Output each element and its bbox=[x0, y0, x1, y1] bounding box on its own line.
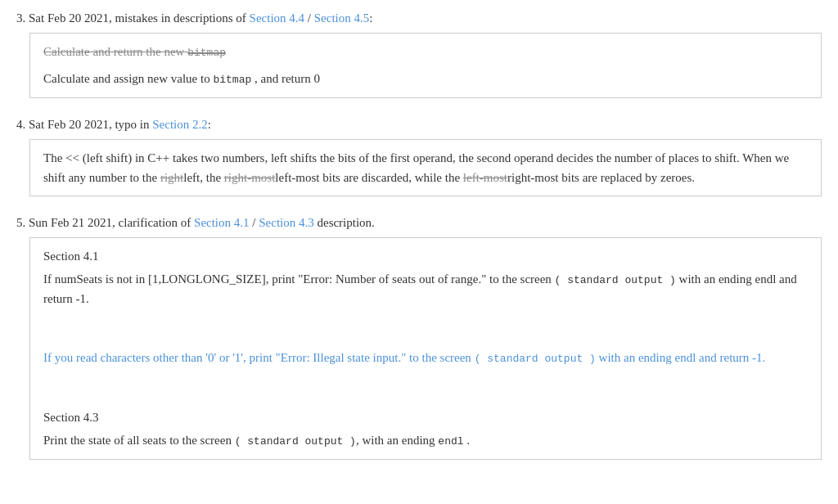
entry-5-number: 5. Sun Feb 21 2021, clarification of bbox=[16, 216, 194, 229]
entry-3-text-1: Calculate and assign new value to bbox=[43, 72, 213, 85]
entry-4-text-2: left, the bbox=[183, 171, 224, 184]
entry-3-mono-strikethrough: bitmap bbox=[187, 47, 226, 59]
entry-4-header: 4. Sat Feb 20 2021, typo in Section 2.2: bbox=[16, 115, 822, 134]
entry-5-s41-text-1: If numSeats is not in [1,LONGLONG_SIZE],… bbox=[43, 272, 555, 286]
entry-5-s43-text-3: . bbox=[464, 434, 471, 447]
entry-3-link-1[interactable]: Section 4.4 bbox=[250, 11, 305, 25]
entry-4-text-3: left-most bits are discarded, while the bbox=[275, 171, 463, 184]
entry-4-suffix: : bbox=[208, 118, 211, 131]
entry-5-suffix: description. bbox=[314, 216, 375, 229]
entry-4-text-4: right-most bits are replaced by zeroes. bbox=[507, 171, 695, 184]
entry-3-code-1: bitmap bbox=[213, 74, 251, 86]
entry-4-content-box: The << (left shift) in C++ takes two num… bbox=[29, 139, 822, 196]
entry-5-link-1[interactable]: Section 4.1 bbox=[194, 216, 250, 229]
entry-3-content-box: Calculate and return the new bitmap Calc… bbox=[29, 33, 822, 98]
entry-4-link-1[interactable]: Section 2.2 bbox=[152, 118, 208, 131]
entry-5-s41-blue-text-1: If you read characters other than '0' or… bbox=[43, 351, 475, 364]
entry-5-s41-code-2: ( standard output ) bbox=[475, 353, 596, 365]
entry-5-s43-code-2: endl bbox=[438, 435, 463, 448]
entry-3-link-2[interactable]: Section 4.5 bbox=[314, 11, 370, 25]
entry-4: 4. Sat Feb 20 2021, typo in Section 2.2:… bbox=[16, 115, 822, 196]
entry-5-section-4-3-label: Section 4.3 bbox=[43, 407, 808, 427]
entry-5-s41-blue-text-2: with an ending endl and return -1. bbox=[596, 351, 765, 364]
entry-5-separator: / bbox=[250, 216, 259, 229]
entry-4-strikethrough-3: left-most bbox=[463, 171, 507, 184]
entry-3-header: 3. Sat Feb 20 2021, mistakes in descript… bbox=[16, 8, 822, 28]
entry-4-number: 4. Sat Feb 20 2021, typo in bbox=[16, 118, 152, 131]
entry-4-strikethrough-2: right-most bbox=[224, 171, 276, 184]
entry-5-s43-text-1: Print the state of all seats to the scre… bbox=[43, 434, 235, 447]
entry-4-strikethrough-1: right bbox=[160, 171, 183, 184]
entry-3: 3. Sat Feb 20 2021, mistakes in descript… bbox=[16, 8, 822, 98]
entry-5-section-4-1-para-2 bbox=[43, 315, 808, 335]
entry-3-strikethrough: Calculate and return the new bitmap bbox=[43, 45, 226, 58]
entry-3-separator-1: / bbox=[304, 11, 314, 25]
entry-3-suffix: : bbox=[369, 11, 372, 25]
entry-5-s43-text-2: , with an ending bbox=[356, 434, 438, 447]
entry-5-s43-code-1: ( standard output ) bbox=[235, 435, 356, 448]
entry-5-s41-code-1: ( standard output ) bbox=[555, 274, 676, 286]
entry-5-section-4-1-para-3: If you read characters other than '0' or… bbox=[43, 348, 808, 368]
entry-4-para-1: The << (left shift) in C++ takes two num… bbox=[43, 148, 808, 187]
entry-5-section-4-1-label: Section 4.1 bbox=[43, 246, 808, 266]
entry-5-section-4-1-spacer bbox=[43, 375, 808, 394]
entry-5: 5. Sun Feb 21 2021, clarification of Sec… bbox=[16, 213, 822, 460]
entry-3-text-2: , and return 0 bbox=[251, 72, 320, 85]
entry-5-section-4-1-para-1: If numSeats is not in [1,LONGLONG_SIZE],… bbox=[43, 269, 808, 309]
entry-3-line-1: Calculate and return the new bitmap bbox=[43, 42, 808, 62]
entry-5-link-2[interactable]: Section 4.3 bbox=[259, 216, 314, 229]
entry-3-line-2: Calculate and assign new value to bitmap… bbox=[43, 69, 808, 89]
entry-5-section-4-3-para-1: Print the state of all seats to the scre… bbox=[43, 430, 808, 451]
entry-5-header: 5. Sun Feb 21 2021, clarification of Sec… bbox=[16, 213, 822, 232]
entry-3-number: 3. Sat Feb 20 2021, mistakes in descript… bbox=[16, 11, 250, 25]
entry-5-content-box: Section 4.1 If numSeats is not in [1,LON… bbox=[29, 237, 822, 460]
